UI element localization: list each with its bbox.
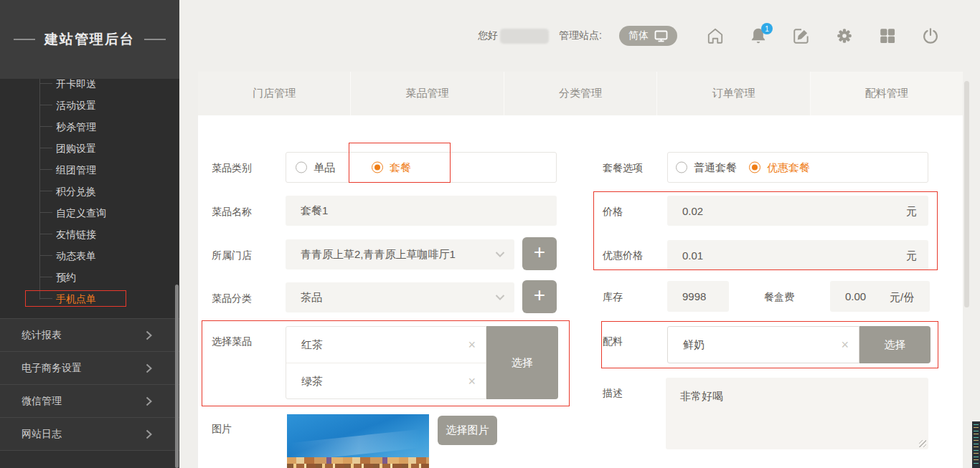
settings-button[interactable] bbox=[835, 27, 854, 45]
add-store-button[interactable]: + bbox=[522, 237, 557, 270]
notification-badge: 1 bbox=[761, 23, 773, 34]
ingredient-input[interactable]: 鲜奶 × bbox=[667, 326, 859, 363]
sidebar-item-team-manage[interactable]: 组团管理 bbox=[0, 159, 179, 181]
price-unit: 元 bbox=[906, 205, 917, 219]
remove-dish-icon[interactable]: × bbox=[468, 327, 476, 363]
topbar: 您好 管理站点: 简体 1 bbox=[179, 0, 980, 72]
tab-category-manage[interactable]: 分类管理 bbox=[504, 72, 657, 115]
language-button-label: 简体 bbox=[628, 29, 649, 42]
thumbnail-lights bbox=[287, 464, 429, 468]
selected-dish-item: 绿茶 × bbox=[286, 363, 486, 398]
notifications-button[interactable]: 1 bbox=[749, 27, 768, 45]
apps-button[interactable] bbox=[878, 27, 897, 45]
greeting-text: 您好 bbox=[478, 29, 498, 42]
power-icon bbox=[921, 27, 940, 45]
description-value: 非常好喝 bbox=[680, 390, 723, 402]
radio-combo-dish[interactable]: 套餐 bbox=[372, 161, 411, 174]
box-fee-input[interactable] bbox=[830, 281, 930, 312]
radio-discount-combo[interactable]: 优惠套餐 bbox=[749, 161, 810, 174]
field-label-combo-type: 套餐选项 bbox=[603, 162, 643, 175]
radio-normal-combo[interactable]: 普通套餐 bbox=[676, 161, 737, 174]
combo-type-radio-group: 普通套餐 优惠套餐 bbox=[667, 152, 928, 183]
sidebar-item-card-gift[interactable]: 开卡即送 bbox=[0, 79, 179, 95]
monitor-icon bbox=[654, 30, 668, 42]
title-dash-right bbox=[144, 39, 166, 40]
field-label-select-dish: 选择菜品 bbox=[212, 335, 252, 348]
sidebar-item-seckill[interactable]: 秒杀管理 bbox=[0, 116, 179, 138]
price-input[interactable] bbox=[667, 196, 928, 226]
discount-price-input[interactable] bbox=[667, 240, 928, 270]
page-scrollbar-thumb[interactable] bbox=[972, 421, 980, 468]
select-image-button[interactable]: 选择图片 bbox=[438, 416, 497, 445]
gear-icon bbox=[835, 27, 854, 45]
tab-ingredient-manage[interactable]: 配料管理 bbox=[811, 72, 963, 115]
sidebar-item-booking[interactable]: 预约 bbox=[0, 267, 179, 288]
edit-icon bbox=[792, 27, 811, 45]
content-scrollbar-thumb[interactable] bbox=[964, 81, 969, 307]
add-classify-button[interactable]: + bbox=[522, 280, 557, 313]
field-label-store: 所属门店 bbox=[212, 249, 252, 262]
select-ingredient-button[interactable]: 选择 bbox=[859, 326, 930, 363]
radio-label: 套餐 bbox=[390, 161, 411, 174]
classify-select-value bbox=[286, 282, 514, 312]
sidebar-section-wechat[interactable]: 微信管理 bbox=[0, 384, 179, 417]
chevron-right-icon bbox=[146, 363, 152, 373]
remove-dish-icon[interactable]: × bbox=[468, 363, 476, 399]
sidebar-tree: 开卡即送 活动设置 秒杀管理 团购设置 组团管理 积分兑换 自定义查询 友情链接… bbox=[0, 79, 179, 318]
ingredient-value: 鲜奶 bbox=[683, 338, 705, 352]
tab-store-manage[interactable]: 门店管理 bbox=[198, 72, 351, 115]
field-label-ingredient: 配料 bbox=[603, 335, 623, 348]
sidebar-section-label: 微信管理 bbox=[22, 395, 62, 408]
description-textarea[interactable]: 非常好喝 bbox=[666, 378, 928, 449]
sidebar-item-activity-settings[interactable]: 活动设置 bbox=[0, 95, 179, 116]
sidebar-section-site-log[interactable]: 网站日志 bbox=[0, 417, 179, 450]
site-label: 管理站点: bbox=[559, 29, 602, 42]
sidebar-item-custom-query[interactable]: 自定义查询 bbox=[0, 202, 179, 224]
field-label-category: 菜品类别 bbox=[212, 162, 252, 175]
field-label-price: 价格 bbox=[603, 206, 623, 219]
box-fee-unit: 元/份 bbox=[890, 291, 914, 305]
home-button[interactable] bbox=[706, 27, 725, 45]
chevron-right-icon bbox=[146, 429, 152, 439]
dish-name-input[interactable] bbox=[286, 196, 557, 226]
chevron-right-icon bbox=[146, 330, 152, 340]
dish-image-thumbnail bbox=[287, 414, 429, 468]
select-dish-button[interactable]: 选择 bbox=[486, 326, 558, 399]
field-label-classify: 菜品分类 bbox=[212, 292, 252, 305]
sidebar-section-statistics[interactable]: 统计报表 bbox=[0, 318, 179, 351]
main-panel: 门店管理 菜品管理 分类管理 订单管理 配料管理 菜品类别 单品 套餐 菜品名称… bbox=[198, 72, 963, 468]
sidebar-scrollbar[interactable] bbox=[175, 285, 179, 468]
chevron-down-icon bbox=[495, 252, 505, 258]
field-label-image: 图片 bbox=[212, 423, 232, 436]
sidebar-footer bbox=[0, 450, 179, 468]
field-label-discount-price: 优惠价格 bbox=[603, 249, 643, 262]
radio-single-dish[interactable]: 单品 bbox=[296, 161, 335, 174]
radio-circle-icon bbox=[749, 162, 760, 173]
store-select[interactable] bbox=[286, 239, 514, 269]
title-dash-left bbox=[14, 39, 35, 40]
discount-price-unit: 元 bbox=[906, 249, 917, 263]
stock-input[interactable] bbox=[667, 281, 729, 312]
store-select-value bbox=[286, 239, 514, 269]
compose-button[interactable] bbox=[792, 27, 811, 45]
selected-dish-item: 红茶 × bbox=[286, 327, 486, 363]
sidebar-item-points-exchange[interactable]: 积分兑换 bbox=[0, 181, 179, 202]
chevron-right-icon bbox=[146, 396, 152, 406]
app-title-text: 建站管理后台 bbox=[44, 30, 135, 49]
remove-ingredient-icon[interactable]: × bbox=[841, 338, 849, 353]
tab-dish-manage[interactable]: 菜品管理 bbox=[351, 72, 504, 115]
sidebar-section-ecommerce[interactable]: 电子商务设置 bbox=[0, 351, 179, 384]
field-label-description: 描述 bbox=[603, 387, 623, 400]
field-label-box-fee: 餐盒费 bbox=[764, 291, 794, 304]
classify-select[interactable] bbox=[286, 282, 514, 312]
sidebar-item-groupbuy-settings[interactable]: 团购设置 bbox=[0, 138, 179, 159]
logout-button[interactable] bbox=[921, 27, 940, 45]
resize-handle[interactable] bbox=[919, 440, 926, 447]
tab-order-manage[interactable]: 订单管理 bbox=[657, 72, 810, 115]
sidebar-item-friend-links[interactable]: 友情链接 bbox=[0, 224, 179, 245]
radio-label: 普通套餐 bbox=[694, 161, 737, 174]
selected-dishes-list: 红茶 × 绿茶 × bbox=[286, 326, 486, 399]
sidebar-item-dynamic-form[interactable]: 动态表单 bbox=[0, 245, 179, 267]
language-button[interactable]: 简体 bbox=[619, 26, 677, 46]
field-label-stock: 库存 bbox=[603, 291, 623, 304]
